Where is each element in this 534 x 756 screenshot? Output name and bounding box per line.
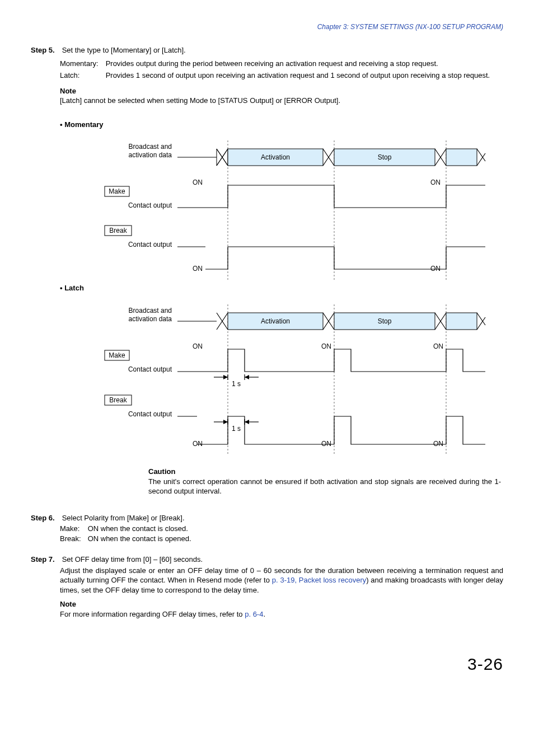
step-5: Step 5. Set the type to [Momentary] or [… <box>31 45 503 55</box>
step7-note-b: . <box>263 610 265 618</box>
svg-text:Contact output: Contact output <box>128 410 172 418</box>
diagram-latch: • Latch Broadcast and activation data Ac… <box>60 283 503 456</box>
svg-text:Contact output: Contact output <box>128 201 172 209</box>
note-label: Note <box>60 86 503 96</box>
step-5-intro: Set the type to [Momentary] or [Latch]. <box>62 45 499 55</box>
break-term: Break: <box>60 534 86 544</box>
svg-text:ON: ON <box>433 342 443 350</box>
note-text: [Latch] cannot be selected when setting … <box>60 96 503 106</box>
svg-text:Make: Make <box>109 187 125 195</box>
chapter-header: Chapter 3: SYSTEM SETTINGS (NX-100 SETUP… <box>31 22 503 31</box>
svg-text:1 s: 1 s <box>232 425 241 433</box>
svg-text:Stop: Stop <box>378 153 392 161</box>
svg-text:activation data: activation data <box>129 315 172 323</box>
svg-text:Break: Break <box>109 227 127 234</box>
svg-marker-61 <box>223 375 228 379</box>
latch-desc: Provides 1 second of output upon receivi… <box>106 71 498 81</box>
svg-text:Contact output: Contact output <box>128 241 172 248</box>
svg-rect-48 <box>446 313 477 330</box>
momentary-desc: Provides output during the period betwee… <box>106 59 498 69</box>
step-7: Step 7. Set OFF delay time from [0] – [6… <box>31 555 503 565</box>
link-p6-4[interactable]: p. 6-4 <box>245 610 263 618</box>
svg-text:Activation: Activation <box>261 317 290 325</box>
step-6: Step 6. Select Polarity from [Make] or [… <box>31 513 503 523</box>
svg-text:ON: ON <box>433 440 443 448</box>
step7-note-a: For more information regarding OFF delay… <box>60 610 245 618</box>
caution-block: Caution The unit's correct operation can… <box>148 467 501 496</box>
step7-note-label: Note <box>60 599 503 609</box>
svg-marker-77 <box>245 420 249 424</box>
momentary-term: Momentary: <box>60 59 104 69</box>
svg-text:ON: ON <box>430 179 441 186</box>
diagram-momentary: • Momentary Broadcast and activation dat… <box>60 120 503 281</box>
make-desc: ON when the contact is closed. <box>88 524 188 533</box>
svg-marker-75 <box>223 420 228 424</box>
svg-text:Stop: Stop <box>378 317 392 325</box>
make-term: Make: <box>60 524 86 534</box>
svg-text:Make: Make <box>109 351 125 359</box>
step7-note: Note For more information regarding OFF … <box>60 599 503 619</box>
step5-note: Note [Latch] cannot be selected when set… <box>60 86 503 106</box>
svg-text:ON: ON <box>193 179 203 186</box>
step-6-intro: Select Polarity from [Make] or [Break]. <box>62 513 499 523</box>
svg-text:Activation: Activation <box>261 153 290 161</box>
caution-text: The unit's correct operation cannot be e… <box>148 477 501 496</box>
svg-text:ON: ON <box>193 342 203 350</box>
svg-text:1 s: 1 s <box>232 380 241 388</box>
svg-text:ON: ON <box>430 265 441 273</box>
svg-text:Contact output: Contact output <box>128 365 172 373</box>
step-7-body: Adjust the displayed scale or enter an O… <box>60 566 503 595</box>
latch-term: Latch: <box>60 71 104 81</box>
latch-svg: Broadcast and activation data Activation… <box>60 299 491 456</box>
link-packet-loss[interactable]: p. 3-19, Packet loss recovery <box>272 576 366 584</box>
svg-text:Broadcast and: Broadcast and <box>129 307 172 314</box>
step-5-label: Step 5. <box>31 45 60 55</box>
caution-label: Caution <box>148 467 501 477</box>
break-desc: ON when the contact is opened. <box>88 534 191 543</box>
page-number: 3-26 <box>31 653 503 676</box>
svg-text:ON: ON <box>321 440 331 448</box>
svg-text:activation data: activation data <box>129 151 172 159</box>
momentary-svg: Broadcast and activation data Activation… <box>60 135 491 280</box>
svg-text:ON: ON <box>321 342 331 350</box>
svg-marker-63 <box>245 375 249 379</box>
latch-title: • Latch <box>60 283 503 293</box>
momentary-title: • Momentary <box>60 120 503 130</box>
svg-text:Broadcast and: Broadcast and <box>129 143 172 151</box>
svg-text:ON: ON <box>193 440 203 448</box>
svg-rect-17 <box>446 149 477 166</box>
step-7-intro: Set OFF delay time from [0] – [60] secon… <box>62 555 499 565</box>
step-7-label: Step 7. <box>31 555 60 565</box>
svg-text:ON: ON <box>193 265 203 273</box>
svg-text:Break: Break <box>109 396 127 404</box>
step-6-label: Step 6. <box>31 513 60 523</box>
